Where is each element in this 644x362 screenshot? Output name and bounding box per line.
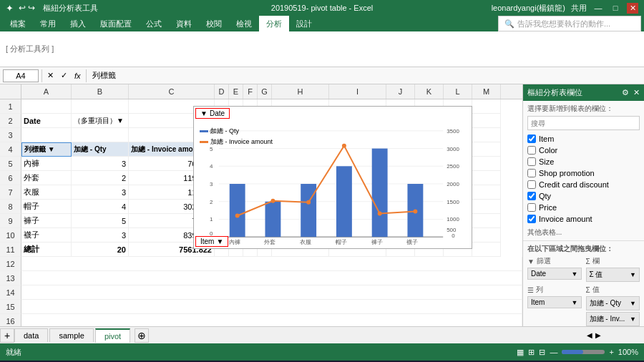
tab-formula[interactable]: 公式 (139, 16, 169, 31)
row-zone-item[interactable]: Item ▼ (527, 296, 582, 308)
zoom-slider[interactable] (562, 350, 605, 354)
col-header-C: C (129, 84, 215, 99)
scroll-right-btn[interactable]: ▶ (595, 331, 601, 339)
cell-A7[interactable]: 衣服 (21, 185, 72, 200)
minimize-btn[interactable]: — (592, 4, 604, 12)
field-checkbox-invoice[interactable] (527, 215, 536, 223)
tab-layout[interactable]: 版面配置 (93, 16, 139, 31)
fx-icon[interactable]: fx (72, 72, 83, 80)
sheet-tab-data[interactable]: data (14, 328, 48, 342)
value-qty-dropdown-icon[interactable]: ▼ (630, 300, 636, 307)
tab-home[interactable]: 常用 (33, 16, 63, 31)
cell-A1[interactable] (21, 99, 72, 114)
filter-zone-item-date[interactable]: Date ▼ (527, 268, 582, 280)
cell-empty-15[interactable] (21, 300, 522, 314)
cell-B9[interactable]: 5 (72, 214, 129, 228)
cell-A2[interactable]: Date (21, 114, 72, 128)
tab-view[interactable]: 檢視 (229, 16, 259, 31)
cell-M4[interactable] (472, 142, 501, 157)
zoom-in-btn[interactable]: + (609, 348, 613, 356)
cell-M2[interactable] (472, 114, 501, 128)
tell-me-input[interactable]: 🔍 告訴我您想要執行的動作... (498, 16, 641, 31)
cell-A10[interactable]: 襪子 (21, 228, 72, 243)
field-checkbox-qty[interactable] (527, 192, 536, 200)
view-normal-icon[interactable]: ▦ (517, 348, 524, 357)
tab-review[interactable]: 校閱 (199, 16, 229, 31)
confirm-formula-icon[interactable]: ✓ (59, 71, 69, 80)
share-btn[interactable]: 共用 (571, 3, 587, 14)
chart-item-filter-btn[interactable]: Item ▼ (195, 236, 228, 247)
column-zone-item[interactable]: Σ 值 ▼ (586, 268, 640, 282)
view-page-icon[interactable]: ⊟ (539, 348, 545, 357)
cell-M10[interactable] (472, 228, 501, 243)
cell-M5[interactable] (472, 157, 501, 171)
cell-M6[interactable] (472, 171, 501, 185)
redo-btn[interactable]: ↪ (28, 3, 35, 13)
chart-container[interactable]: ▼ Date 加總 - Qty 加總 - Invoice amount 6 5 (193, 106, 472, 249)
sheet-tab-pivot[interactable]: pivot (95, 328, 130, 343)
sheet-tab-sample[interactable]: sample (49, 328, 93, 342)
cell-M9[interactable] (472, 214, 501, 228)
cell-empty-12[interactable] (21, 257, 522, 271)
cell-M11[interactable] (472, 243, 501, 257)
cell-A4[interactable]: 列標籤 ▼ (21, 142, 72, 157)
tab-insert[interactable]: 插入 (63, 16, 93, 31)
row-zone-dropdown-icon[interactable]: ▼ (572, 299, 578, 306)
cancel-formula-icon[interactable]: ✕ (45, 71, 56, 80)
cell-A6[interactable]: 外套 (21, 171, 72, 185)
field-checkbox-price[interactable] (527, 203, 536, 212)
field-search-input[interactable] (527, 116, 640, 130)
cell-empty-13[interactable] (21, 271, 522, 285)
cell-A8[interactable]: 帽子 (21, 200, 72, 214)
scroll-left-btn[interactable]: ◀ (587, 331, 592, 339)
value-invoice-dropdown-icon[interactable]: ▼ (630, 315, 636, 323)
cell-empty-16[interactable] (21, 314, 522, 326)
cell-A3[interactable] (21, 128, 72, 142)
close-btn[interactable]: ✕ (627, 3, 638, 14)
column-zone-dropdown-icon[interactable]: ▼ (630, 271, 636, 278)
cell-B11[interactable]: 20 (72, 243, 129, 257)
field-item-item: Item (527, 133, 640, 145)
tab-analyze[interactable]: 分析 (259, 16, 289, 31)
value-zone-item-invoice[interactable]: 加總 - Inv... ▼ (586, 312, 640, 326)
cell-A5[interactable]: 內褲 (21, 157, 72, 171)
cell-A9[interactable]: 褲子 (21, 214, 72, 228)
cell-empty-14[interactable] (21, 285, 522, 300)
zoom-out-btn[interactable]: — (550, 348, 557, 356)
value-zone-item-qty[interactable]: 加總 - Qty ▼ (586, 296, 640, 310)
cell-B6[interactable]: 2 (72, 171, 129, 185)
cell-M8[interactable] (472, 200, 501, 214)
field-checkbox-size[interactable] (527, 157, 536, 166)
cell-B8[interactable]: 4 (72, 200, 129, 214)
cell-M1[interactable] (472, 99, 501, 114)
chart-date-filter-btn[interactable]: ▼ Date (195, 108, 230, 119)
tab-file[interactable]: 檔案 (3, 16, 33, 31)
view-layout-icon[interactable]: ⊞ (528, 348, 535, 357)
cell-B3[interactable] (72, 128, 129, 142)
cell-B10[interactable]: 3 (72, 228, 129, 243)
undo-btn[interactable]: ↩ (19, 3, 26, 13)
cell-M3[interactable] (472, 128, 501, 142)
field-checkbox-shop-promo[interactable] (527, 169, 536, 177)
field-label-invoice: Invoice amount (539, 215, 592, 223)
cell-B4[interactable]: 加總 - Qty (72, 142, 129, 157)
add-sheet-btn[interactable]: + (0, 328, 14, 343)
cell-B1[interactable] (72, 99, 129, 114)
tab-design[interactable]: 設計 (289, 16, 319, 31)
add-new-sheet-btn[interactable]: ⊕ (135, 328, 149, 343)
cell-A11[interactable]: 總計 (21, 243, 72, 257)
panel-close-icon[interactable]: ✕ (633, 88, 640, 97)
cell-B2[interactable]: （多重項目）▼ (72, 114, 129, 128)
cell-B7[interactable]: 3 (72, 185, 129, 200)
filter-zone-dropdown-icon[interactable]: ▼ (572, 270, 578, 278)
field-checkbox-color[interactable] (527, 146, 536, 155)
cell-M7[interactable] (472, 185, 501, 200)
tab-data[interactable]: 資料 (169, 16, 199, 31)
cell-reference[interactable]: A4 (3, 69, 39, 82)
more-tables-link[interactable]: 其他表格... (527, 228, 640, 238)
cell-B5[interactable]: 3 (72, 157, 129, 171)
field-checkbox-credit-discount[interactable] (527, 180, 536, 189)
panel-settings-icon[interactable]: ⚙ (622, 88, 629, 97)
maximize-btn[interactable]: □ (610, 4, 621, 12)
field-checkbox-item[interactable] (527, 134, 536, 143)
